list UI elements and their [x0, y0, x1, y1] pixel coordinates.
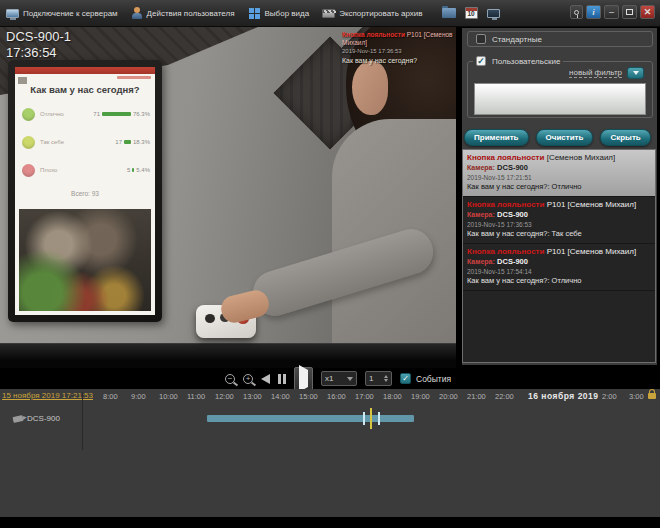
timeline-panel: 15 ноября 2019 17:21:53 8:00 9:00 10:00 …	[0, 389, 660, 517]
maximize-button[interactable]	[622, 5, 637, 19]
person-hand	[218, 288, 271, 326]
person-face	[352, 61, 388, 115]
play-forward-button[interactable]	[294, 367, 313, 391]
event-list-item[interactable]: Кнопка лояльности P101 [Семенов Михаил] …	[463, 197, 655, 244]
event-text: Как вам у нас сегодня?: Отлично	[467, 182, 651, 192]
info-button[interactable]: i	[586, 5, 601, 19]
camera-video-tile[interactable]: Как вам у нас сегодня? Отлично 71 76.3% …	[0, 27, 456, 368]
spinner-arrows-icon	[384, 375, 388, 382]
timeline-hour: 2:00	[602, 392, 617, 401]
playback-step-value: 1	[369, 374, 373, 383]
event-list-item[interactable]: Кнопка лояльности P101 [Семенов Михаил] …	[463, 244, 655, 291]
timeline-hour: 15:00	[299, 392, 318, 401]
event-time: 2019-Nov-15 17:54:14	[467, 268, 651, 276]
main-toolbar: Подключение к серверам Действия пользова…	[0, 0, 660, 27]
custom-filters-group: Пользовательские новый фильтр	[467, 56, 653, 118]
apply-button[interactable]: Применить	[464, 129, 529, 146]
event-title: Кнопка лояльности	[467, 247, 544, 256]
survey-row: Так себе 17 18.3%	[22, 133, 150, 151]
minimize-button[interactable]: –	[604, 5, 619, 19]
osd-event-time: 2019-Nov-15 17:36:53	[342, 48, 454, 56]
desk-surface	[0, 343, 456, 368]
hide-button[interactable]: Скрыть	[600, 129, 650, 146]
survey-bar	[102, 112, 131, 116]
timeline-hour: 10:00	[159, 392, 178, 401]
custom-filters-checkbox[interactable]	[476, 56, 486, 66]
timeline-hour: 8:00	[103, 392, 118, 401]
user-actions-label: Действия пользователя	[147, 9, 235, 18]
event-title: Кнопка лояльности	[467, 153, 544, 162]
event-marker[interactable]	[378, 412, 380, 425]
event-subject: P101 [Семенов Михаил]	[547, 200, 637, 209]
custom-filter-listbox[interactable]	[474, 83, 646, 115]
event-camera-label: Камера:	[467, 258, 495, 265]
timeline-playhead[interactable]	[370, 408, 372, 429]
new-filter-link[interactable]: новый фильтр	[569, 68, 622, 78]
timeline-hour: 16:00	[327, 392, 346, 401]
timeline-hour: 11:00	[187, 392, 205, 401]
pin-icon	[574, 10, 579, 15]
camera-osd-label: DCS-900-1 17:36:54	[6, 29, 71, 62]
timeline-zoom-in-button[interactable]: +	[243, 374, 253, 384]
playback-controls: − + x1 1 События	[225, 369, 451, 388]
timeline-hour: 19:00	[411, 392, 430, 401]
add-filter-button[interactable]	[627, 67, 644, 79]
survey-count: 5	[127, 167, 130, 173]
export-icon	[322, 9, 335, 18]
connect-servers-button[interactable]: Подключение к серверам	[6, 9, 118, 18]
timeline-ruler[interactable]: 15 ноября 2019 17:21:53 8:00 9:00 10:00 …	[0, 389, 660, 402]
playback-step-spinner[interactable]: 1	[365, 371, 392, 386]
folder-icon[interactable]	[442, 8, 456, 18]
event-osd-overlay: Кнопка лояльности P101 [Семенов Михаил] …	[342, 31, 454, 65]
standard-filters-checkbox[interactable]	[476, 34, 486, 44]
event-list-item[interactable]: Кнопка лояльности [Семенов Михаил] Камер…	[463, 150, 655, 197]
user-actions-button[interactable]: Действия пользователя	[131, 7, 235, 19]
play-backward-button[interactable]	[261, 374, 270, 384]
event-text: Как вам у нас сегодня?: Так себе	[467, 229, 651, 239]
event-camera-value: DCS-900	[497, 257, 528, 266]
track-camera-label[interactable]: DCS-900	[13, 414, 60, 423]
survey-row: Отлично 71 76.3%	[22, 105, 150, 123]
timeline-cursor-label[interactable]: 15 ноября 2019 17:21:53	[2, 391, 93, 400]
monitor-icon[interactable]	[487, 9, 500, 18]
close-button[interactable]: ✕	[640, 5, 655, 19]
pin-button[interactable]	[570, 5, 583, 19]
events-checkbox[interactable]	[400, 373, 411, 384]
survey-row: Плохо 5 5.4%	[22, 161, 150, 179]
kiosk-screen: Как вам у нас сегодня? Отлично 71 76.3% …	[15, 67, 155, 315]
pause-button[interactable]	[278, 374, 286, 384]
timeline-hour: 22:00	[495, 392, 514, 401]
timeline-hour: 18:00	[383, 392, 402, 401]
event-camera-value: DCS-900	[497, 210, 528, 219]
timeline-tracks[interactable]: DCS-900	[0, 402, 660, 452]
recording-segment-bar[interactable]	[207, 415, 414, 422]
vms-application-window: Подключение к серверам Действия пользова…	[0, 0, 660, 528]
timeline-hour: 21:00	[467, 392, 486, 401]
playback-speed-dropdown[interactable]: x1	[321, 371, 357, 386]
track-divider	[82, 392, 83, 450]
timeline-zoom-out-button[interactable]: −	[225, 374, 235, 384]
clear-button[interactable]: Очистить	[536, 129, 594, 146]
survey-percent: 5.4%	[136, 167, 150, 173]
events-checkbox-label: События	[416, 374, 451, 384]
camera-time: 17:36:54	[6, 45, 71, 61]
standard-filters-label: Стандартные	[492, 35, 542, 44]
calendar-icon[interactable]: 10	[465, 7, 478, 19]
survey-bar	[124, 140, 131, 144]
export-archive-button[interactable]: Экспортировать архив	[322, 9, 422, 18]
funnel-icon	[633, 71, 639, 75]
connect-servers-label: Подключение к серверам	[23, 9, 118, 18]
view-select-button[interactable]: Выбор вида	[248, 7, 310, 19]
survey-percent: 18.3%	[133, 139, 150, 145]
event-text: Как вам у нас сегодня?: Отлично	[467, 276, 651, 286]
osd-event-title: Кнопка лояльности	[342, 31, 405, 38]
osd-event-question: Как вам у нас сегодня?	[342, 56, 454, 65]
device-button-dark	[205, 314, 215, 323]
track-camera-name: DCS-900	[27, 414, 60, 423]
event-time: 2019-Nov-15 17:36:53	[467, 221, 651, 229]
event-marker[interactable]	[363, 412, 365, 425]
survey-percent: 76.3%	[133, 111, 150, 117]
timeline-hour: 13:00	[243, 392, 262, 401]
grid-view-icon	[249, 8, 254, 13]
survey-option-label: Так себе	[40, 139, 115, 145]
